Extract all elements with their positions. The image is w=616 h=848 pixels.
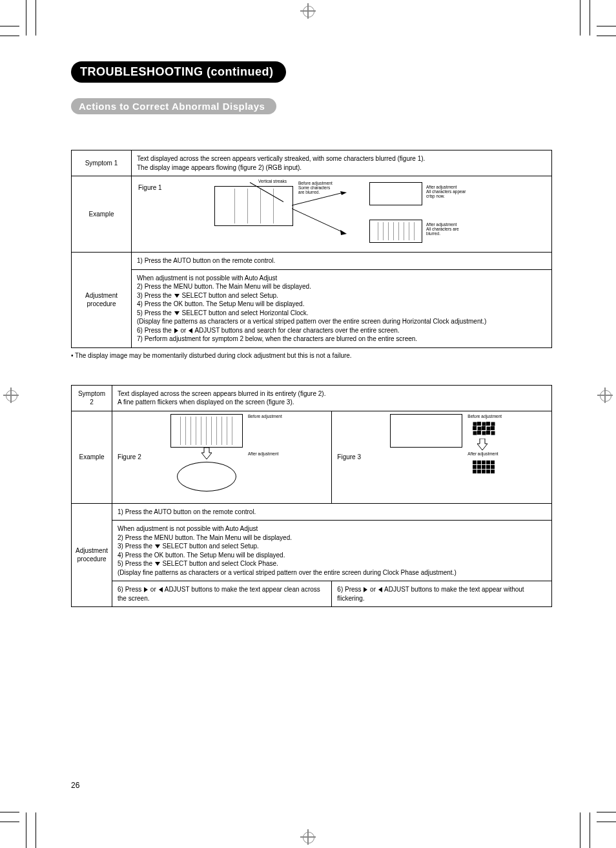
left-triangle-icon bbox=[189, 328, 192, 333]
figure3-before-text: Before adjustment bbox=[467, 414, 502, 419]
down-arrow-icon bbox=[477, 439, 488, 450]
text: 6) Press bbox=[118, 586, 143, 593]
crop-mark bbox=[590, 812, 590, 848]
figure1-label: Figure 1 bbox=[138, 183, 162, 192]
figure1-vertical-streaks-label: Vertical streaks bbox=[258, 179, 287, 183]
text: Text displayed across the screen appears… bbox=[118, 390, 325, 397]
text: When adjustment is not possible with Aut… bbox=[118, 525, 258, 532]
text: 3) Press the bbox=[118, 543, 154, 550]
text: 2) Press the MENU button. The Main Menu … bbox=[137, 283, 311, 290]
arrow-icon bbox=[292, 186, 369, 244]
adjustment-step1: 1) Press the AUTO button on the remote c… bbox=[132, 253, 552, 270]
crop-mark bbox=[26, 0, 26, 36]
crop-mark bbox=[597, 36, 616, 36]
right-triangle-icon bbox=[364, 587, 367, 592]
crop-mark bbox=[36, 0, 36, 36]
crop-mark bbox=[0, 822, 19, 822]
text: 6) Press the bbox=[137, 327, 174, 334]
registration-mark bbox=[3, 388, 19, 403]
table-row: Example Figure 2 Before adjustment After… bbox=[72, 411, 552, 503]
example-figure3-cell: Figure 3 Before adjustment After adjustm… bbox=[332, 411, 552, 503]
text: SELECT button and select Setup. bbox=[180, 292, 278, 299]
crop-mark bbox=[0, 812, 19, 812]
symptom1-label: Symptom 1 bbox=[72, 150, 132, 176]
crop-mark bbox=[0, 26, 19, 26]
text: 6) Press bbox=[337, 586, 363, 593]
crop-mark bbox=[36, 812, 36, 848]
figure3-pattern-before bbox=[473, 422, 495, 435]
figure1-before-box bbox=[214, 186, 293, 226]
page-number: 26 bbox=[71, 781, 79, 790]
text: (Display fine patterns as characters or … bbox=[118, 569, 457, 576]
registration-mark bbox=[597, 388, 613, 403]
crop-mark bbox=[26, 812, 26, 848]
figure3-pattern-after bbox=[473, 460, 495, 473]
symptom1-description: Text displayed across the screen appears… bbox=[132, 150, 552, 176]
symptom2-label: Symptom 2 bbox=[72, 385, 112, 411]
text: 4) Press the OK button. The Setup Menu w… bbox=[137, 300, 304, 307]
registration-mark bbox=[300, 829, 316, 845]
down-triangle-icon bbox=[174, 294, 180, 298]
table-row: Symptom 2 Text displayed across the scre… bbox=[72, 385, 552, 411]
text: (Display fine patterns as characters or … bbox=[137, 318, 486, 325]
crop-mark bbox=[590, 0, 590, 36]
example-figure-cell: Figure 1 Vertical streaks Before adjustm… bbox=[132, 176, 552, 253]
note-text: • The display image may be momentarily d… bbox=[71, 352, 552, 359]
adjustment-steps: When adjustment is not possible with Aut… bbox=[112, 521, 552, 581]
down-triangle-icon bbox=[155, 562, 160, 566]
adjustment-step1: 1) Press the AUTO button on the remote c… bbox=[112, 503, 552, 521]
figure1-after-ok-box bbox=[369, 182, 422, 205]
adjustment-procedure-label: Adjustment procedure bbox=[72, 503, 112, 607]
crop-mark bbox=[580, 0, 580, 36]
text: or bbox=[368, 586, 377, 593]
section-heading: TROUBLESHOOTING (continued) bbox=[71, 61, 286, 83]
figure2-after-box bbox=[177, 462, 236, 491]
figure3-label: Figure 3 bbox=[337, 453, 361, 460]
page-content: TROUBLESHOOTING (continued) Actions to C… bbox=[71, 61, 552, 607]
adjustment-procedure-label: Adjustment procedure bbox=[72, 253, 132, 348]
left-triangle-icon bbox=[378, 587, 382, 592]
figure1-after-bad-text: After adjustment All characters are blur… bbox=[426, 222, 459, 236]
adjustment-step6-left: 6) Press or ADJUST buttons to make the t… bbox=[112, 581, 332, 607]
table-row: Example Figure 1 Vertical streaks Before… bbox=[72, 176, 552, 253]
symptom2-description: Text displayed across the screen appears… bbox=[112, 385, 552, 411]
text: or bbox=[179, 327, 188, 334]
figure2-after-text: After adjustment bbox=[248, 451, 278, 456]
figure3-after-text: After adjustment bbox=[467, 451, 498, 456]
table-row: When adjustment is not possible with Aut… bbox=[72, 521, 552, 581]
text: A fine pattern flickers when displayed o… bbox=[118, 398, 294, 406]
table-row: When adjustment is not possible with Aut… bbox=[72, 269, 552, 347]
symptom1-table: Symptom 1 Text displayed across the scre… bbox=[71, 150, 552, 348]
text: 5) Press the bbox=[118, 560, 154, 567]
symptom2-table: Symptom 2 Text displayed across the scre… bbox=[71, 385, 552, 608]
right-triangle-icon bbox=[144, 587, 148, 592]
text: ADJUST buttons and search for clear char… bbox=[193, 327, 399, 334]
text: 7) Perform adjustment for symptom 2 belo… bbox=[137, 335, 417, 342]
text: or bbox=[149, 586, 158, 593]
text: Text displayed across the screen appears… bbox=[137, 155, 425, 162]
adjustment-steps: When adjustment is not possible with Aut… bbox=[132, 269, 552, 347]
example-label: Example bbox=[72, 176, 132, 253]
table-row: Adjustment procedure 1) Press the AUTO b… bbox=[72, 503, 552, 521]
adjustment-step6-right: 6) Press or ADJUST buttons to make the t… bbox=[332, 581, 552, 607]
down-arrow-icon bbox=[201, 448, 212, 459]
crop-mark bbox=[597, 822, 616, 822]
figure2-before-box bbox=[170, 414, 243, 448]
registration-mark bbox=[300, 3, 316, 19]
table-row: Adjustment procedure 1) Press the AUTO b… bbox=[72, 253, 552, 270]
text: The display image appears flowing (figur… bbox=[137, 164, 302, 171]
crop-mark bbox=[0, 36, 19, 36]
text: 4) Press the OK button. The Setup Menu w… bbox=[118, 552, 285, 559]
text: 3) Press the bbox=[137, 292, 174, 299]
example-figure2-cell: Figure 2 Before adjustment After adjustm… bbox=[112, 411, 332, 503]
table-row: 6) Press or ADJUST buttons to make the t… bbox=[72, 581, 552, 607]
crop-mark bbox=[597, 812, 616, 812]
text: SELECT button and select Horizontal Cloc… bbox=[180, 309, 309, 316]
left-triangle-icon bbox=[159, 587, 163, 592]
example-label: Example bbox=[72, 411, 112, 503]
text: SELECT button and select Clock Phase. bbox=[161, 560, 278, 567]
crop-mark bbox=[597, 26, 616, 26]
down-triangle-icon bbox=[155, 544, 160, 548]
figure3-before-box bbox=[390, 414, 462, 448]
subsection-heading: Actions to Correct Abnormal Displays bbox=[71, 98, 276, 114]
